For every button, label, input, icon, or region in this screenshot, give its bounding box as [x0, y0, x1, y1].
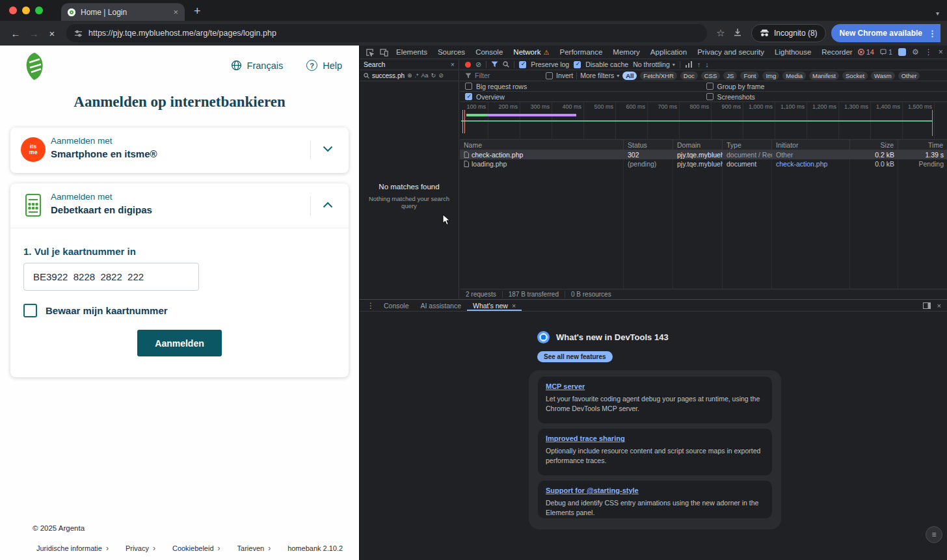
- overview-checkbox[interactable]: [465, 93, 472, 100]
- network-request-row[interactable]: loading.php (pending) pjy.tqe.myblueh...…: [460, 159, 947, 168]
- feedback-button[interactable]: ≡: [926, 526, 942, 543]
- export-har-icon[interactable]: ↓: [705, 60, 709, 68]
- downloads-icon[interactable]: [729, 28, 746, 39]
- filter-chip-fetchxhr[interactable]: Fetch/XHR: [640, 72, 676, 80]
- network-overview-timeline[interactable]: 100 ms 200 ms 300 ms 400 ms 500 ms 600 m…: [460, 102, 947, 140]
- remember-card-checkbox[interactable]: [23, 304, 37, 317]
- column-size[interactable]: Size: [850, 140, 898, 150]
- footer-link-juridische[interactable]: Juridische informatie›: [36, 544, 109, 553]
- browser-tab[interactable]: Home | Login ×: [61, 3, 185, 21]
- network-filter-input[interactable]: Filter: [475, 72, 542, 79]
- screenshots-checkbox[interactable]: [706, 93, 714, 100]
- filter-chip-all[interactable]: All: [622, 72, 637, 80]
- regex-toggle[interactable]: .*: [415, 72, 419, 79]
- column-domain[interactable]: Domain: [673, 140, 723, 150]
- inspect-element-icon[interactable]: [362, 48, 377, 57]
- stop-loading-button[interactable]: ×: [43, 24, 61, 42]
- invert-filter-checkbox[interactable]: [546, 72, 553, 79]
- search-pane-close-icon[interactable]: ×: [451, 60, 455, 68]
- devtools-tab-application[interactable]: Application: [645, 46, 692, 59]
- column-type[interactable]: Type: [723, 140, 772, 150]
- filter-chip-img[interactable]: Img: [762, 72, 779, 80]
- column-initiator[interactable]: Initiator: [772, 140, 850, 150]
- import-har-icon[interactable]: ↑: [697, 60, 701, 68]
- drawer-tab-console[interactable]: Console: [378, 300, 415, 311]
- dock-panel-icon[interactable]: [923, 302, 931, 309]
- clear-search-icon[interactable]: ⊘: [438, 72, 444, 79]
- record-network-log-button[interactable]: [465, 62, 471, 68]
- card-number-input[interactable]: BE3922 8228 2822 222: [23, 263, 199, 291]
- footer-link-tarieven[interactable]: Tarieven›: [237, 544, 271, 553]
- devtools-tab-sources[interactable]: Sources: [433, 46, 470, 59]
- footer-link-privacy[interactable]: Privacy›: [126, 544, 155, 553]
- close-window-button[interactable]: [9, 7, 17, 14]
- column-status[interactable]: Status: [624, 140, 673, 150]
- forward-button[interactable]: →: [25, 24, 43, 42]
- match-case-toggle[interactable]: Aa: [421, 72, 429, 79]
- devtools-tab-network[interactable]: Network⚠: [508, 46, 554, 59]
- preserve-log-checkbox[interactable]: [519, 61, 526, 68]
- devtools-close-icon[interactable]: ×: [939, 47, 943, 57]
- devtools-tab-elements[interactable]: Elements: [391, 46, 433, 59]
- drawer-menu-kebab-icon[interactable]: ⋮: [364, 301, 378, 310]
- devtools-tab-lighthouse[interactable]: Lighthouse: [769, 46, 816, 59]
- submit-login-button[interactable]: Aanmelden: [137, 330, 222, 356]
- clear-query-icon[interactable]: ⊗: [407, 72, 412, 79]
- network-conditions-icon[interactable]: [685, 61, 693, 68]
- incognito-badge[interactable]: Incognito (8): [751, 24, 826, 42]
- chevron-down-icon[interactable]: [323, 146, 333, 152]
- footer-link-cookiebeleid[interactable]: Cookiebeleid›: [172, 544, 220, 553]
- feature-link[interactable]: Support for @starting-style: [546, 487, 764, 494]
- drawer-close-icon[interactable]: ×: [937, 302, 941, 310]
- devtools-promo-badge-icon[interactable]: [898, 48, 906, 56]
- drawer-tab-close-icon[interactable]: ×: [512, 302, 516, 310]
- update-menu-kebab-icon[interactable]: ⋮: [928, 29, 937, 38]
- devtools-menu-kebab-icon[interactable]: ⋮: [925, 47, 933, 57]
- tabstrip-chevron-icon[interactable]: ▾: [936, 10, 939, 17]
- network-search-icon[interactable]: [503, 61, 509, 68]
- filter-chip-wasm[interactable]: Wasm: [871, 72, 895, 80]
- filter-chip-doc[interactable]: Doc: [680, 72, 698, 80]
- digipas-card-header[interactable]: Aanmelden met Debetkaart en digipas: [10, 183, 349, 228]
- see-all-features-button[interactable]: See all new features: [537, 351, 613, 362]
- address-bar[interactable]: https://pjy.tqe.mybluehost.me/arg/te/pag…: [66, 24, 707, 42]
- issues-badge[interactable]: 1: [880, 48, 892, 56]
- filter-chip-css[interactable]: CSS: [701, 72, 721, 80]
- big-request-rows-checkbox[interactable]: [465, 83, 472, 90]
- throttling-select[interactable]: No throttling▾: [633, 60, 675, 68]
- new-tab-button[interactable]: +: [194, 5, 201, 18]
- disable-cache-checkbox[interactable]: [574, 61, 581, 68]
- devtools-tab-performance[interactable]: Performance: [554, 46, 607, 59]
- bookmark-star-icon[interactable]: ☆: [712, 27, 729, 39]
- device-toolbar-icon[interactable]: [377, 48, 391, 57]
- more-filters-select[interactable]: More filters▾: [580, 72, 619, 79]
- drawer-tab-whats-new[interactable]: What's new ×: [467, 300, 522, 311]
- minimize-window-button[interactable]: [22, 7, 30, 14]
- devtools-tab-console[interactable]: Console: [470, 46, 508, 59]
- chevron-up-icon[interactable]: [323, 202, 333, 208]
- devtools-tab-memory[interactable]: Memory: [607, 46, 645, 59]
- filter-chip-other[interactable]: Other: [898, 72, 920, 80]
- feature-link[interactable]: Improved trace sharing: [546, 434, 764, 442]
- column-time[interactable]: Time: [898, 140, 947, 150]
- back-button[interactable]: ←: [7, 24, 25, 42]
- site-settings-icon[interactable]: [74, 29, 83, 38]
- maximize-window-button[interactable]: [35, 7, 43, 14]
- drawer-tab-ai-assistance[interactable]: AI assistance: [415, 300, 467, 311]
- feature-link[interactable]: MCP server: [546, 382, 764, 390]
- language-switch-button[interactable]: Français: [231, 60, 284, 71]
- filter-funnel-icon[interactable]: [491, 61, 498, 68]
- filter-chip-media[interactable]: Media: [782, 72, 806, 80]
- group-by-frame-checkbox[interactable]: [706, 83, 714, 90]
- chrome-update-button[interactable]: New Chrome available ⋮: [831, 24, 940, 42]
- refresh-search-icon[interactable]: ↻: [431, 72, 436, 79]
- filter-chip-font[interactable]: Font: [740, 72, 759, 80]
- help-button[interactable]: ? Help: [306, 60, 342, 71]
- search-query-input[interactable]: success.ph: [372, 72, 405, 79]
- clear-network-log-icon[interactable]: ⊘: [475, 60, 481, 69]
- filter-chip-js[interactable]: JS: [723, 72, 737, 80]
- tab-close-icon[interactable]: ×: [173, 7, 178, 17]
- devtools-tab-privacy[interactable]: Privacy and security: [692, 46, 769, 59]
- login-method-card-itsme[interactable]: itsme Aanmelden met Smartphone en itsme®: [10, 127, 349, 173]
- console-errors-badge[interactable]: 14: [858, 48, 874, 56]
